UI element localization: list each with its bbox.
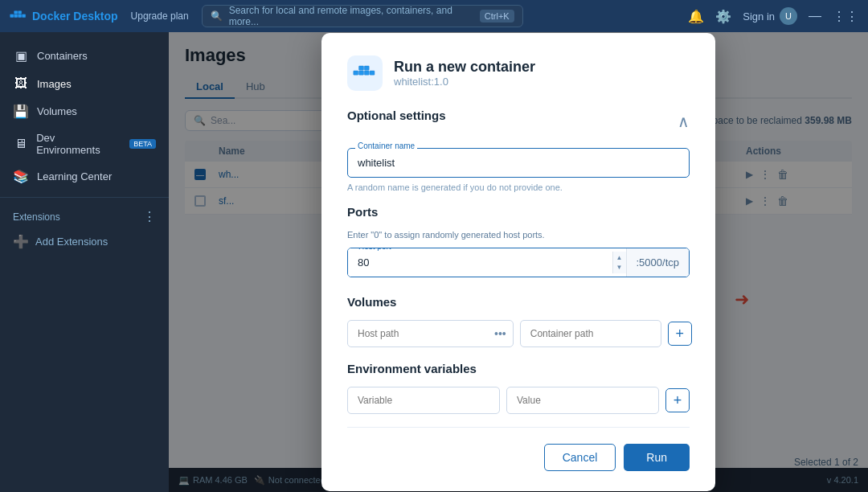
volumes-row: ••• + [347,320,690,347]
app-name: Docker Desktop [32,10,118,23]
app-body: ▣ Containers 🖼 Images 💾 Volumes 🖥 Dev En… [0,32,868,492]
cancel-button[interactable]: Cancel [544,444,616,471]
svg-rect-11 [370,71,375,75]
dev-env-icon: 🖥 [13,137,28,151]
optional-settings-title: Optional settings [347,109,446,122]
add-extensions-label: Add Extensions [35,236,108,248]
sidebar-item-images[interactable]: 🖼 Images [0,70,169,97]
sidebar-item-containers[interactable]: ▣ Containers [0,42,169,70]
ports-title: Ports [347,205,690,219]
upgrade-plan-link[interactable]: Upgrade plan [131,10,189,22]
container-port-suffix: :5000/tcp [626,248,690,277]
modal-divider [347,427,690,428]
modal-header: Run a new container whitelist:1.0 [347,55,690,91]
port-spinners: ▲ ▼ [612,252,626,273]
svg-rect-5 [22,14,25,18]
env-title: Environment variables [347,362,690,375]
containers-icon: ▣ [13,48,29,64]
add-icon: ➕ [13,234,29,249]
sidebar-item-label: Dev Environments [36,132,118,156]
env-row: + [347,387,690,414]
sidebar-item-label: Learning Center [37,170,112,182]
add-env-button[interactable]: + [665,388,690,412]
beta-badge: BETA [129,139,156,149]
svg-rect-1 [14,14,18,18]
search-shortcut: Ctrl+K [480,10,514,23]
volumes-section: Volumes ••• + [347,295,690,347]
svg-rect-8 [359,66,364,70]
add-volume-button[interactable]: + [668,322,692,346]
container-path-input[interactable] [521,321,661,346]
svg-rect-0 [10,14,14,18]
more-icon[interactable]: ⋮⋮ [833,9,858,24]
avatar: U [780,7,797,25]
sidebar-item-label: Images [37,78,72,90]
modal-footer: Cancel Run [347,441,690,471]
host-port-label: Host port [356,248,394,251]
minimize-icon[interactable]: — [809,9,821,23]
host-path-browse-icon[interactable]: ••• [488,327,513,340]
ports-hint: Enter "0" to assign randomly generated h… [347,230,690,240]
env-section: Environment variables + [347,362,690,414]
volumes-icon: 💾 [13,104,29,119]
learning-icon: 📚 [13,169,29,184]
svg-rect-9 [364,71,369,75]
svg-rect-7 [359,71,364,75]
images-icon: 🖼 [13,76,29,91]
host-port-wrapper: Host port [348,248,612,277]
host-port-input[interactable] [348,248,612,277]
ports-section: Ports Enter "0" to assign randomly gener… [347,205,690,277]
port-up-icon[interactable]: ▲ [616,253,623,262]
svg-rect-6 [354,71,358,75]
host-path-wrapper: ••• [347,320,514,347]
collapse-icon[interactable]: ∧ [678,112,690,131]
port-row: Host port ▲ ▼ :5000/tcp [347,248,690,277]
run-button[interactable]: Run [624,444,690,471]
docker-whale-icon [347,55,383,91]
sidebar: ▣ Containers 🖼 Images 💾 Volumes 🖥 Dev En… [0,32,169,492]
extensions-label: Extensions [13,211,60,223]
signin-label: Sign in [743,10,775,23]
svg-rect-10 [364,66,369,70]
extensions-section: Extensions ⋮ [0,204,169,229]
modal-subtitle: whitelist:1.0 [394,76,535,88]
sidebar-divider [0,197,169,198]
modal-title: Run a new container [394,59,535,76]
sidebar-item-learning-center[interactable]: 📚 Learning Center [0,162,169,191]
optional-settings-header: Optional settings ∧ [347,109,690,133]
notification-icon[interactable]: 🔔 [688,9,704,24]
container-path-wrapper [520,320,661,347]
extensions-more-icon[interactable]: ⋮ [143,209,156,224]
signin-button[interactable]: Sign in U [743,7,797,25]
settings-icon[interactable]: ⚙️ [715,9,731,24]
topbar-right: 🔔 ⚙️ Sign in U — ⋮⋮ [688,7,858,25]
container-name-hint: A random name is generated if you do not… [347,182,690,192]
main-content: Images Local Hub 🔍 Sea... Last refresh: … [169,32,868,492]
modal-overlay: Run a new container whitelist:1.0 Option… [169,32,868,492]
modal-title-group: Run a new container whitelist:1.0 [394,59,535,88]
add-extensions-item[interactable]: ➕ Add Extensions [0,229,169,254]
variable-input[interactable] [347,387,500,414]
sidebar-item-label: Containers [37,50,88,62]
container-name-input[interactable] [347,148,690,178]
volumes-title: Volumes [347,295,690,309]
topbar: Docker Desktop Upgrade plan 🔍 Search for… [0,0,868,32]
run-container-modal: Run a new container whitelist:1.0 Option… [321,33,715,491]
value-input[interactable] [506,387,659,414]
container-name-label: Container name [355,141,417,150]
svg-rect-2 [14,10,18,14]
sidebar-item-label: Volumes [37,105,77,117]
app-logo: Docker Desktop [10,7,118,25]
port-down-icon[interactable]: ▼ [616,263,623,272]
search-icon: 🔍 [211,10,223,22]
global-search[interactable]: 🔍 Search for local and remote images, co… [202,5,523,27]
search-placeholder: Search for local and remote images, cont… [229,5,473,27]
sidebar-item-volumes[interactable]: 💾 Volumes [0,97,169,125]
svg-rect-3 [18,14,21,18]
host-path-input[interactable] [348,321,488,346]
container-name-field: Container name [347,148,690,178]
sidebar-item-dev-environments[interactable]: 🖥 Dev Environments BETA [0,125,169,162]
svg-rect-4 [18,10,21,14]
